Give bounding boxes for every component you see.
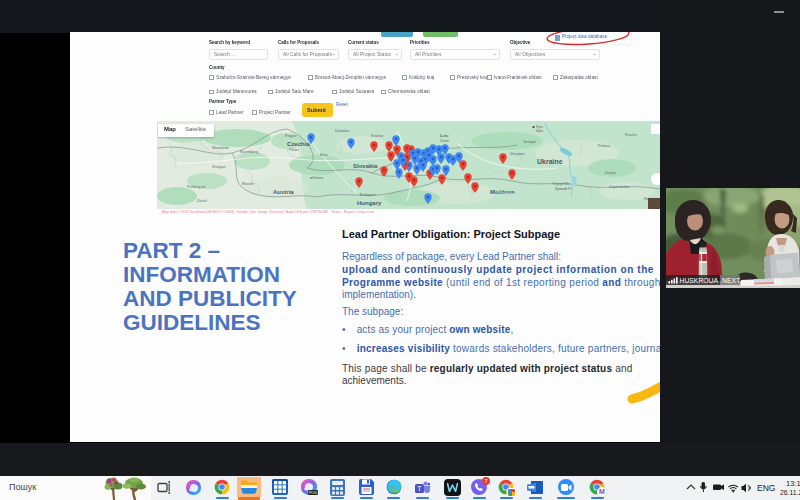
svg-text:Austria: Austria <box>273 189 294 195</box>
svg-text:Brno: Brno <box>320 153 328 157</box>
svg-text:○Pilsen: ○Pilsen <box>287 148 299 152</box>
svg-text:Hungary: Hungary <box>357 200 382 206</box>
svg-text:Кривий Ріг: Кривий Ріг <box>555 187 573 191</box>
svg-text:Київ: Київ <box>536 129 543 133</box>
svg-text:Munich: Munich <box>242 182 254 186</box>
svg-text:Ukraine: Ukraine <box>537 158 563 165</box>
svg-text:Ternopil: Ternopil <box>523 140 536 144</box>
svg-text:Katowice: Katowice <box>335 129 350 133</box>
svg-text:Dnipro: Dnipro <box>605 171 616 175</box>
svg-text:Slovakia: Slovakia <box>353 163 378 169</box>
svg-text:Budapest: Budapest <box>360 193 375 197</box>
svg-text:Zaporizhzhia: Zaporizhzhia <box>609 185 630 189</box>
svg-text:Kraków: Kraków <box>371 134 383 138</box>
svg-text:Vinnytsia: Vinnytsia <box>510 152 525 156</box>
svg-text:Mannheim: Mannheim <box>212 146 229 150</box>
svg-text:Kryvyi Rih: Kryvyi Rih <box>553 182 569 186</box>
svg-text:NEXT: NEXT <box>722 277 740 284</box>
svg-text:Kharkiv: Kharkiv <box>625 133 637 137</box>
svg-text:Czechia: Czechia <box>287 141 310 147</box>
svg-text:Poltava: Poltava <box>598 144 610 148</box>
svg-text:Lviv: Lviv <box>440 133 449 138</box>
svg-text:Zurich: Zurich <box>197 199 207 203</box>
svg-text:Prague: Prague <box>285 134 297 138</box>
svg-text:●Vienna: ●Vienna <box>310 176 323 180</box>
svg-text:T: T <box>417 485 422 492</box>
svg-text:Nuremberg: Nuremberg <box>240 150 258 154</box>
svg-text:Freiburg im: Freiburg im <box>187 185 205 189</box>
svg-text:Львів: Львів <box>440 139 449 143</box>
svg-text:Stuttgart: Stuttgart <box>212 165 226 169</box>
svg-text:HUSKROUA: HUSKROUA <box>680 277 719 284</box>
